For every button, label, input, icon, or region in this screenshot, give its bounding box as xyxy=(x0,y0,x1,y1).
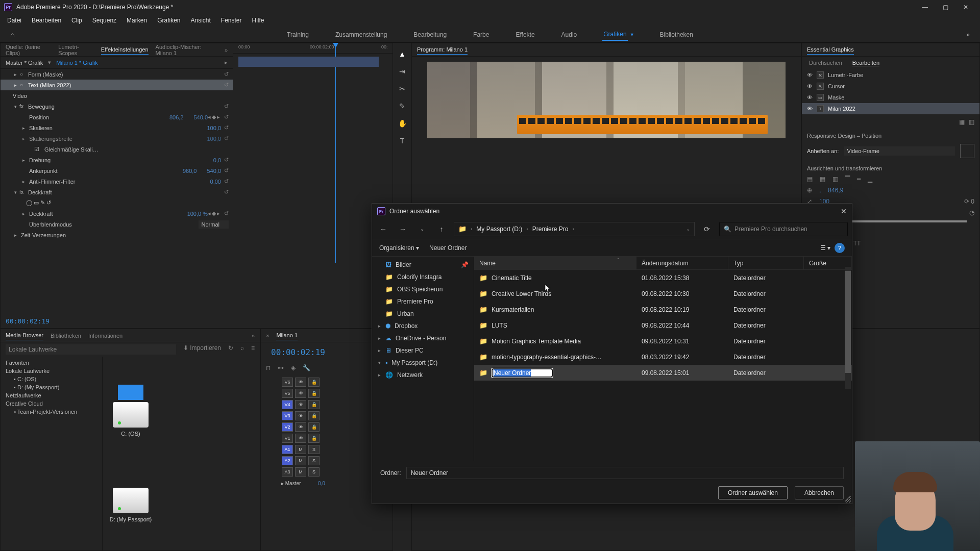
visibility-icon[interactable]: 👁 xyxy=(807,83,813,89)
mb-refresh-icon[interactable]: ↻ xyxy=(228,344,233,355)
align-bot-icon[interactable]: ▁ xyxy=(868,176,872,183)
ec-property-row[interactable]: ▸Skalierungsbreite100,0↺ xyxy=(1,133,233,144)
breadcrumb[interactable]: 📁 › My Passport (D:) › Premiere Pro › ⌄ xyxy=(454,222,695,236)
minimize-button[interactable]: ― xyxy=(915,0,935,14)
file-row[interactable]: 📁Cinematic Title01.08.2022 15:38Dateiord… xyxy=(474,270,852,286)
ec-timecode[interactable]: 00:00:02:19 xyxy=(1,314,233,328)
ec-property-row[interactable]: ▸Anti-Flimmer-Filter0,00↺ xyxy=(1,176,233,187)
sidebar-item[interactable]: ▸🖥Dieser PC xyxy=(372,344,474,357)
track-select-tool-icon[interactable]: ⇥ xyxy=(399,67,405,76)
ec-ruler[interactable]: 00:00 00:00:02:00 00: xyxy=(233,43,393,54)
tl-marker-icon[interactable]: ◈ xyxy=(291,364,296,371)
col-date[interactable]: Änderungsdatum xyxy=(636,257,728,269)
nav-recent-button[interactable]: ⌄ xyxy=(415,222,429,236)
eg-pin-grid-icon[interactable] xyxy=(960,144,974,158)
eg-layer[interactable]: 👁fxLumetri-Farbe xyxy=(802,69,979,81)
bc-drive[interactable]: My Passport (D:) xyxy=(476,226,522,233)
sidebar-item[interactable]: ▾▪My Passport (D:) xyxy=(372,357,474,369)
align-left-icon[interactable]: ▤ xyxy=(807,176,813,183)
tl-wrench-icon[interactable]: 🔧 xyxy=(303,364,310,371)
ws-zusammenstellung[interactable]: Zusammenstellung xyxy=(334,29,388,40)
program-tab[interactable]: Programm: Milano 1 xyxy=(417,45,468,55)
menu-ansicht[interactable]: Ansicht xyxy=(185,15,215,26)
ec-property-row[interactable]: ▸Drehung0,0↺ xyxy=(1,155,233,165)
allcaps-icon[interactable]: TT xyxy=(853,240,861,247)
tab-bibliotheken[interactable]: Bibliotheken xyxy=(51,331,81,340)
ws-bibliotheken[interactable]: Bibliotheken xyxy=(659,29,694,40)
file-row[interactable]: 📁Kursmaterialien09.08.2022 10:19Dateiord… xyxy=(474,302,852,317)
ws-training[interactable]: Training xyxy=(286,29,310,40)
ec-property-row[interactable]: ▸Skalieren100,0↺ xyxy=(1,122,233,133)
ec-property-row[interactable]: ▸Deckkraft100,0 %◂◆▸↺ xyxy=(1,208,233,219)
cancel-button[interactable]: Abbrechen xyxy=(795,486,844,499)
align-mid-icon[interactable]: ━ xyxy=(857,176,861,183)
maximize-button[interactable]: ▢ xyxy=(935,0,955,14)
ws-grafiken[interactable]: Grafiken xyxy=(602,29,627,41)
sidebar-item[interactable]: 📁OBS Speicherun xyxy=(372,283,474,295)
dialog-close-button[interactable]: ✕ xyxy=(841,207,847,215)
type-tool-icon[interactable]: T xyxy=(400,137,405,145)
selection-tool-icon[interactable]: ▲ xyxy=(399,50,406,58)
ec-property-row[interactable]: ☑Gleichmäßige Skali… xyxy=(1,144,233,155)
hand-tool-icon[interactable]: ✋ xyxy=(398,119,407,128)
source-overflow-icon[interactable]: » xyxy=(225,47,228,53)
sidebar-item[interactable]: ▸☁OneDrive - Person xyxy=(372,332,474,344)
menu-marken[interactable]: Marken xyxy=(121,15,152,26)
select-folder-button[interactable]: Ordner auswählen xyxy=(718,486,788,499)
ec-property-row[interactable]: ▾fxBewegung↺ xyxy=(1,101,233,112)
ec-playhead[interactable] xyxy=(335,43,336,263)
sidebar-item[interactable]: 📁Premiere Pro xyxy=(372,295,474,308)
menu-datei[interactable]: Datei xyxy=(2,15,27,26)
menu-hilfe[interactable]: Hilfe xyxy=(247,15,270,26)
nav-back-button[interactable]: ← xyxy=(376,222,390,236)
eg-subtab-edit[interactable]: Bearbeiten xyxy=(852,60,879,66)
tl-timecode[interactable]: 00:00:02:19 xyxy=(266,344,330,360)
eg-subtab-browse[interactable]: Durchsuchen xyxy=(809,60,842,66)
drive-d[interactable]: D: (My Passport) xyxy=(108,488,154,522)
align-center-icon[interactable]: ▦ xyxy=(820,176,825,183)
ws-overflow-icon[interactable]: » xyxy=(966,31,970,38)
eg-pos-icon[interactable]: ⊕ xyxy=(807,187,812,194)
ec-clip[interactable]: Milano 1 * Grafik xyxy=(56,60,97,66)
view-mode-button[interactable]: ☰ ▾ xyxy=(820,244,830,252)
home-icon[interactable]: ⌂ xyxy=(10,31,14,39)
tab-lumetri[interactable]: Lumetri-Scopes xyxy=(58,42,93,58)
resize-grip[interactable] xyxy=(845,496,851,503)
ec-property-row[interactable]: ◯ ▭ ✎ ↺ xyxy=(1,197,233,208)
mb-search-icon[interactable]: ⌕ xyxy=(240,344,244,355)
tl-snap-icon[interactable]: ⊓ xyxy=(266,364,271,371)
mb-import-btn[interactable]: ⬇ Importieren xyxy=(183,344,221,355)
nav-forward-button[interactable]: → xyxy=(396,222,410,236)
tree-cc[interactable]: Creative Cloud xyxy=(1,399,102,408)
visibility-icon[interactable]: 👁 xyxy=(807,94,813,101)
sidebar-item[interactable]: ▸⬢Dropbox xyxy=(372,320,474,332)
ec-property-row[interactable]: Ankerpunkt960,0540,0↺ xyxy=(1,165,233,176)
dialog-scroll-thumb[interactable] xyxy=(845,271,851,373)
eg-group-icon[interactable]: ▥ xyxy=(969,118,974,126)
ws-farbe[interactable]: Farbe xyxy=(472,29,490,40)
tab-media-browser[interactable]: Media-Browser xyxy=(6,331,43,340)
ws-audio[interactable]: Audio xyxy=(560,29,578,40)
tree-lokale[interactable]: Lokale Laufwerke xyxy=(1,367,102,375)
close-button[interactable]: ✕ xyxy=(955,0,976,14)
rename-input[interactable] xyxy=(492,368,553,378)
tab-effekteinstellungen[interactable]: Effekteinstellungen xyxy=(101,45,149,55)
tl-link-icon[interactable]: ⊶ xyxy=(278,364,284,371)
ws-bearbeitung[interactable]: Bearbeitung xyxy=(412,29,448,40)
visibility-icon[interactable]: 👁 xyxy=(807,106,813,112)
ws-effekte[interactable]: Effekte xyxy=(514,29,535,40)
ec-property-row[interactable]: ▸Zeit-Verzerrungen xyxy=(1,230,233,240)
organise-button[interactable]: Organisieren ▾ xyxy=(379,244,419,252)
tree-d[interactable]: ▪ D: (My Passport) xyxy=(1,383,102,391)
ec-property-row[interactable]: ▸○Text (Milan 2022)↺ xyxy=(1,80,233,90)
pen-tool-icon[interactable]: ✎ xyxy=(399,102,405,110)
timeline-tab[interactable]: Milano 1 xyxy=(276,331,298,340)
eg-new-layer-icon[interactable]: ▦ xyxy=(959,118,965,126)
drive-c[interactable]: C: (OS) xyxy=(108,385,154,437)
new-folder-button[interactable]: Neuer Ordner xyxy=(429,244,467,252)
file-row[interactable]: 📁Motion Graphics Template Media09.08.202… xyxy=(474,333,852,349)
eg-pos-y[interactable]: 846,9 xyxy=(828,187,843,194)
menu-bearbeiten[interactable]: Bearbeiten xyxy=(27,15,66,26)
help-button[interactable]: ? xyxy=(835,243,845,253)
ec-property-row[interactable]: ÜberblendmodusNormal xyxy=(1,219,233,230)
